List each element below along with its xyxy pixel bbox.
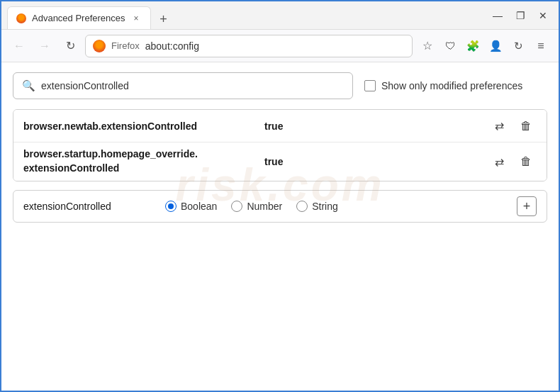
profile-button[interactable]: 👤: [485, 35, 506, 57]
search-row: 🔍 Show only modified preferences: [13, 72, 547, 99]
table-row: browser.newtab.extensionControlled true …: [13, 110, 547, 142]
search-box[interactable]: 🔍: [13, 72, 353, 99]
hamburger-icon: ≡: [537, 40, 544, 52]
star-icon: ☆: [422, 39, 432, 52]
radio-string-circle[interactable]: [296, 201, 308, 212]
forward-icon: →: [39, 40, 50, 52]
search-icon: 🔍: [22, 79, 35, 92]
window-controls: — ❐ ✕: [488, 6, 553, 26]
close-button[interactable]: ✕: [533, 6, 553, 26]
add-pref-button[interactable]: +: [517, 196, 537, 216]
bookmark-button[interactable]: ☆: [417, 35, 438, 57]
pref-name-2: browser.startup.homepage_override.extens…: [23, 147, 264, 175]
row-actions-1: ⇄ 🗑: [488, 116, 537, 137]
delete-button-1[interactable]: 🗑: [515, 116, 537, 137]
tab-close-button[interactable]: ×: [131, 12, 142, 25]
toggle-button-2[interactable]: ⇄: [488, 151, 510, 172]
tab-title: Advanced Preferences: [32, 13, 125, 23]
swap-icon: ⇄: [495, 119, 504, 133]
title-bar: Advanced Preferences × + — ❐ ✕: [1, 1, 559, 30]
browser-tab[interactable]: Advanced Preferences ×: [7, 6, 151, 29]
delete-button-2[interactable]: 🗑: [515, 151, 537, 172]
navigation-bar: ← → ↻ Firefox about:config ☆ 🛡 🧩 👤 ↻ ≡: [1, 30, 559, 62]
swap-icon-2: ⇄: [495, 155, 504, 169]
pref-value-2: true: [264, 156, 488, 167]
refresh-button[interactable]: ↻: [60, 35, 81, 57]
new-tab-button[interactable]: +: [154, 9, 174, 29]
new-pref-name: extensionControlled: [23, 201, 165, 212]
shield-button[interactable]: 🛡: [439, 35, 461, 57]
shield-icon: 🛡: [445, 40, 456, 52]
address-text: about:config: [145, 40, 199, 52]
minimize-button[interactable]: —: [488, 6, 508, 26]
tab-favicon: [16, 13, 26, 23]
show-modified-checkbox[interactable]: [364, 80, 376, 91]
main-content: risk.com 🔍 Show only modified preference…: [1, 62, 559, 233]
extension-button[interactable]: 🧩: [462, 35, 483, 57]
new-pref-row: extensionControlled Boolean Number Strin…: [13, 190, 547, 223]
toggle-button-1[interactable]: ⇄: [488, 116, 510, 137]
radio-number-label: Number: [247, 201, 282, 212]
delete-icon: 🗑: [520, 120, 532, 133]
tab-area: Advanced Preferences × +: [7, 1, 488, 29]
radio-boolean[interactable]: Boolean: [165, 201, 217, 212]
radio-string[interactable]: String: [296, 201, 338, 212]
forward-button[interactable]: →: [34, 35, 55, 57]
radio-group: Boolean Number String: [165, 201, 517, 212]
restore-button[interactable]: ❐: [510, 6, 530, 26]
show-modified-label[interactable]: Show only modified preferences: [364, 80, 522, 91]
browser-label: Firefox: [111, 40, 140, 51]
table-row: browser.startup.homepage_override.extens…: [13, 142, 547, 181]
radio-string-label: String: [312, 201, 338, 212]
pref-value-1: true: [264, 121, 488, 132]
address-bar[interactable]: Firefox about:config: [85, 35, 413, 57]
sync-button[interactable]: ↻: [508, 35, 529, 57]
radio-boolean-circle[interactable]: [165, 201, 177, 212]
profile-icon: 👤: [489, 40, 503, 52]
radio-number-circle[interactable]: [231, 201, 242, 212]
site-icon: [93, 40, 106, 52]
extension-icon: 🧩: [466, 40, 480, 52]
search-input[interactable]: [41, 80, 344, 91]
menu-button[interactable]: ≡: [530, 35, 551, 57]
row-actions-2: ⇄ 🗑: [488, 151, 537, 172]
refresh-icon: ↻: [66, 39, 75, 52]
show-modified-text: Show only modified preferences: [381, 80, 522, 91]
back-icon: ←: [13, 40, 25, 52]
delete-icon-2: 🗑: [520, 155, 532, 168]
pref-name-1: browser.newtab.extensionControlled: [23, 121, 264, 132]
radio-number[interactable]: Number: [231, 201, 282, 212]
back-button[interactable]: ←: [9, 35, 30, 57]
sync-icon: ↻: [514, 40, 523, 52]
nav-icons: ☆ 🛡 🧩 👤 ↻ ≡: [417, 35, 551, 57]
radio-boolean-label: Boolean: [181, 201, 217, 212]
results-table: browser.newtab.extensionControlled true …: [13, 109, 547, 181]
